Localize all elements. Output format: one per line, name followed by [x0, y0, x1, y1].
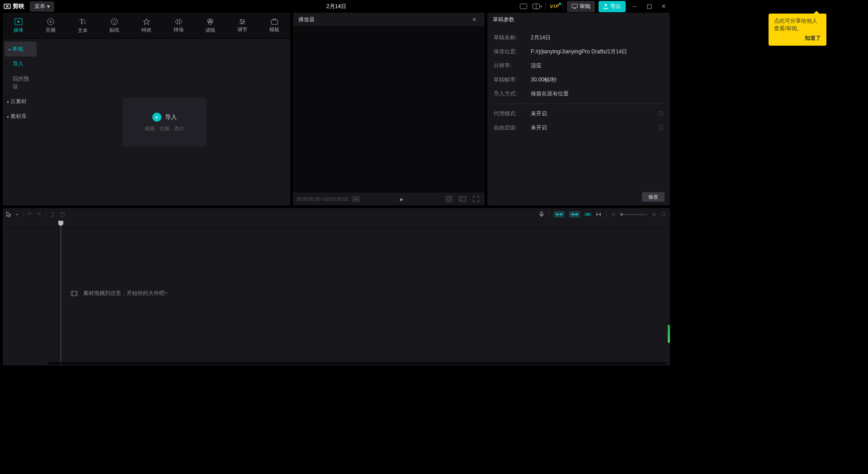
info-icon[interactable]: ⓘ — [658, 110, 664, 118]
link-tool[interactable] — [585, 212, 591, 217]
sidebar-import[interactable]: 导入 — [3, 57, 38, 71]
player-viewport[interactable] — [293, 26, 485, 193]
props-title: 草稿参数 — [493, 16, 514, 24]
vip-badge[interactable]: VIP — [550, 4, 559, 9]
magnet-main[interactable] — [554, 211, 565, 218]
titlebar: 剪映 菜单 ▾ 2月14日 ▾ VIP 审阅 导出 ─ ✕ — [0, 0, 673, 13]
sidebar-library[interactable]: ▸素材库 — [3, 109, 38, 124]
zoom-fit[interactable] — [661, 212, 666, 217]
prop-res-label: 分辨率: — [494, 62, 531, 70]
svg-rect-5 — [647, 5, 651, 9]
review-button[interactable]: 审阅 — [567, 1, 595, 12]
horizontal-scrollbar[interactable] — [48, 362, 666, 365]
tab-effect[interactable]: 特效 — [131, 13, 163, 38]
player-panel: 播放器 ≡ 00:00:00:00 / 00:00:00:00 ▫ ▶ — [293, 13, 485, 205]
menu-label: 菜单 — [34, 3, 45, 10]
export-label: 导出 — [610, 3, 621, 10]
cursor-tool[interactable] — [6, 211, 12, 218]
cursor-dropdown[interactable]: ▾ — [16, 213, 18, 217]
playhead[interactable] — [61, 221, 61, 365]
project-title: 2月14日 — [326, 3, 346, 10]
zoom-slider[interactable] — [620, 214, 647, 215]
svg-rect-21 — [271, 20, 278, 24]
sidebar-cloud[interactable]: ▸云素材 — [3, 94, 38, 109]
timeline-toolbar: ▾ ↶ ↷ ⊖ ⊕ — [3, 208, 670, 221]
player-title: 播放器 — [298, 16, 315, 24]
svg-point-37 — [574, 214, 576, 215]
svg-rect-40 — [587, 213, 588, 215]
redo-button[interactable]: ↷ — [37, 211, 41, 218]
chevron-down-icon: ▾ — [47, 3, 50, 9]
tab-template[interactable]: 模板 — [258, 13, 290, 38]
svg-line-42 — [665, 215, 666, 217]
maximize-button[interactable] — [644, 1, 655, 12]
tab-media[interactable]: 媒体 — [3, 13, 35, 38]
close-button[interactable]: ✕ — [658, 1, 669, 12]
scroll-indicator[interactable] — [668, 325, 670, 343]
info-icon[interactable]: ⓘ — [658, 124, 664, 132]
tab-adjust[interactable]: 调节 — [226, 13, 259, 38]
prop-path-value: F:/rj/jianying/JianyingPro Drafts/2月14日 — [531, 48, 664, 56]
shortcut-icon[interactable] — [519, 1, 528, 11]
prop-name-label: 草稿名称: — [494, 34, 531, 42]
svg-point-18 — [241, 19, 242, 20]
svg-rect-39 — [589, 213, 591, 215]
magnet-track[interactable] — [569, 211, 580, 218]
logo-icon — [4, 3, 11, 10]
svg-point-20 — [241, 23, 243, 24]
layout-icon[interactable]: ▾ — [532, 1, 542, 11]
play-button[interactable]: ▶ — [397, 194, 407, 204]
prop-fps-value: 30.00帧/秒 — [531, 76, 664, 84]
fullscreen-icon[interactable] — [471, 194, 481, 204]
zoom-in[interactable]: ⊕ — [652, 211, 656, 218]
modify-button[interactable]: 修改 — [642, 192, 665, 202]
tab-audio[interactable]: 音频 — [35, 13, 67, 38]
svg-rect-31 — [541, 212, 542, 215]
prop-proxy-value: 未开启 — [531, 110, 658, 118]
tab-text[interactable]: TI文本 — [66, 13, 99, 38]
svg-rect-22 — [446, 196, 452, 202]
export-button[interactable]: 导出 — [599, 1, 626, 12]
prop-name-value: 2月14日 — [531, 34, 664, 42]
sidebar-presets[interactable]: 我的预设 — [3, 71, 38, 94]
player-scale-icon[interactable]: ▫ — [352, 196, 360, 202]
tab-transition[interactable]: 转场 — [162, 13, 194, 38]
svg-point-19 — [243, 21, 245, 22]
media-panel: 媒体 音频 TI文本 贴纸 特效 转场 滤镜 调节 模板 ▸本地 导入 我的预设… — [3, 13, 290, 205]
import-dropzone[interactable]: + 导入 视频、音频、图片 — [123, 98, 207, 147]
svg-rect-33 — [560, 213, 562, 215]
category-tabs: 媒体 音频 TI文本 贴纸 特效 转场 滤镜 调节 模板 — [3, 13, 290, 39]
sidebar-local[interactable]: ▸本地 — [5, 42, 37, 57]
app-logo: 剪映 — [4, 2, 24, 10]
svg-point-9 — [111, 19, 118, 25]
prop-layer-label: 自由层级: — [494, 124, 531, 132]
svg-point-23 — [448, 198, 450, 200]
divider — [546, 3, 546, 10]
preview-tool[interactable] — [595, 212, 602, 217]
menu-button[interactable]: 菜单 ▾ — [30, 1, 54, 12]
ratio-icon[interactable] — [458, 194, 467, 204]
timeline-ruler[interactable] — [3, 221, 670, 228]
split-tool[interactable] — [51, 211, 55, 218]
import-hint: 视频、音频、图片 — [145, 125, 184, 132]
compare-icon[interactable] — [444, 194, 454, 204]
player-menu-icon[interactable]: ≡ — [469, 14, 479, 24]
svg-point-10 — [113, 20, 114, 21]
mic-icon[interactable] — [539, 211, 544, 218]
svg-rect-38 — [585, 213, 587, 215]
delete-tool[interactable] — [60, 212, 65, 217]
properties-panel: 草稿参数 草稿名称:2月14日 保存位置:F:/rj/jianying/Jian… — [487, 13, 670, 205]
zoom-out[interactable]: ⊖ — [611, 211, 616, 218]
svg-rect-1 — [520, 4, 527, 9]
undo-button[interactable]: ↶ — [28, 211, 32, 218]
export-icon — [603, 4, 609, 9]
prop-import-label: 导入方式: — [494, 90, 531, 98]
svg-rect-24 — [459, 197, 466, 201]
divider — [563, 3, 563, 10]
minimize-button[interactable]: ─ — [629, 1, 640, 12]
tab-sticker[interactable]: 贴纸 — [99, 13, 131, 38]
prop-layer-value: 未开启 — [531, 124, 658, 132]
prop-fps-label: 草稿帧率: — [494, 76, 531, 84]
tab-filter[interactable]: 滤镜 — [194, 13, 226, 38]
timeline[interactable]: 素材拖拽到这里，开始你的大作吧~ — [3, 221, 670, 365]
